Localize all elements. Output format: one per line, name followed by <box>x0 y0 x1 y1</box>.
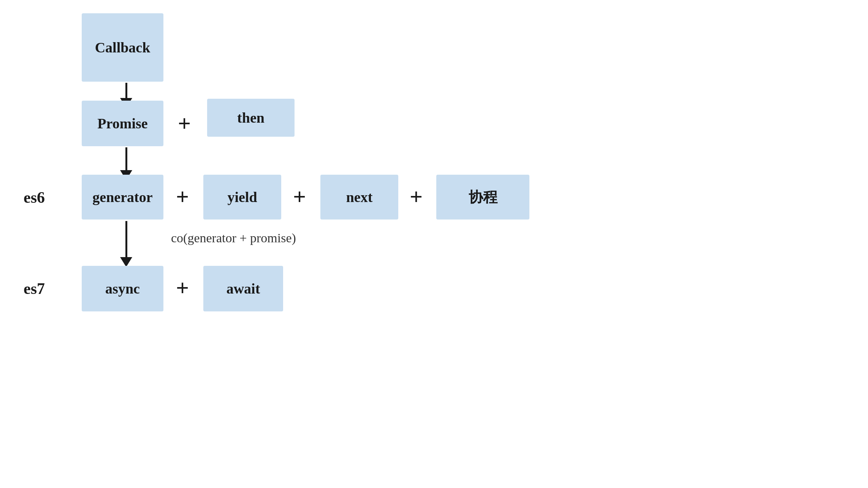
diagram: Callback Promise + then es6 generator + … <box>0 0 868 488</box>
async-box: async <box>82 266 163 311</box>
callback-label: Callback <box>95 39 150 56</box>
coroutine-box: 协程 <box>436 175 529 220</box>
next-label: next <box>346 189 373 205</box>
es7-label: es7 <box>11 277 57 300</box>
plus-5: + <box>167 273 198 303</box>
callback-box: Callback <box>82 13 163 82</box>
generator-box: generator <box>82 175 163 220</box>
next-box: next <box>320 175 398 220</box>
plus-4: + <box>401 182 431 212</box>
promise-label: Promise <box>97 115 147 132</box>
co-note: co(generator + promise) <box>171 231 296 245</box>
plus-2: + <box>167 182 198 212</box>
then-box: then <box>207 99 295 137</box>
promise-box: Promise <box>82 101 163 146</box>
es6-label: es6 <box>11 186 57 209</box>
plus-1: + <box>169 106 200 141</box>
then-label: then <box>237 109 265 126</box>
yield-label: yield <box>227 189 257 205</box>
async-label: async <box>105 280 140 297</box>
coroutine-label: 协程 <box>469 188 497 207</box>
yield-box: yield <box>203 175 281 220</box>
await-box: await <box>203 266 283 311</box>
generator-label: generator <box>92 189 152 205</box>
arrow-generator-async <box>119 221 134 267</box>
plus-3: + <box>284 182 315 212</box>
await-label: await <box>227 280 260 297</box>
